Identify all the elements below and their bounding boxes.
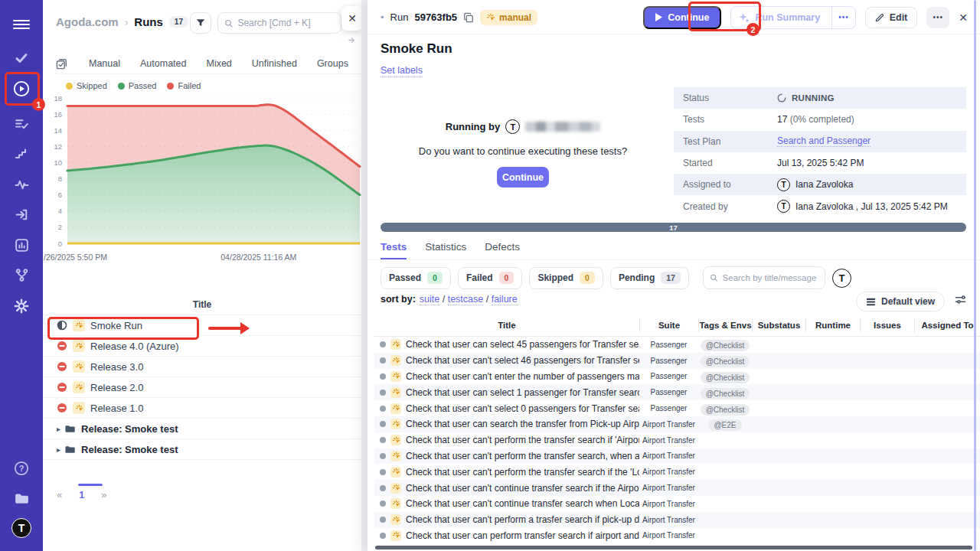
more-actions-button[interactable]: ••• — [926, 7, 949, 28]
manual-icon — [73, 360, 85, 373]
test-row[interactable]: Check that user can perform transfer sea… — [374, 528, 980, 544]
breadcrumb-project[interactable]: Agoda.com — [56, 15, 119, 28]
select-all-icon[interactable] — [56, 58, 67, 70]
dock-icon[interactable] — [348, 34, 356, 47]
sort-link-suite[interactable]: suite — [420, 294, 439, 305]
prev-page-button[interactable]: « — [57, 489, 62, 500]
expand-caret-icon[interactable]: ▸ — [57, 445, 60, 454]
bar-chart-icon[interactable] — [0, 231, 43, 259]
sort-link-testcase[interactable]: testcase — [448, 294, 484, 305]
close-icon[interactable]: ✕ — [959, 11, 968, 24]
run-row[interactable]: Smoke Run — [43, 315, 361, 336]
run-row[interactable]: Release 3.0 — [43, 357, 361, 377]
workspace-avatar[interactable]: T — [0, 514, 43, 542]
runs-tab-mixed[interactable]: Mixed — [206, 58, 231, 69]
page-number[interactable]: 1 — [79, 490, 84, 500]
tab-statistics[interactable]: Statistics — [425, 238, 466, 259]
column-header-assigned-to[interactable]: Assigned To — [914, 318, 980, 332]
test-row[interactable]: Check that user can't perform the transf… — [374, 464, 980, 480]
filter-button[interactable] — [190, 12, 211, 34]
runs-tab-automated[interactable]: Automated — [140, 58, 186, 69]
test-row[interactable]: Check that user can't continue transfer … — [374, 480, 980, 496]
test-row[interactable]: Check that user can't select 0 passenger… — [374, 400, 980, 416]
test-row[interactable]: Check that user can't enter the number o… — [374, 369, 980, 385]
filter-chip-pending[interactable]: Pending17 — [610, 267, 689, 289]
tag-chip: @E2E — [708, 419, 741, 431]
vertical-scrollbar[interactable] — [974, 0, 976, 551]
run-row[interactable]: ▸Release: Smoke test — [43, 439, 361, 460]
pulse-icon[interactable] — [0, 171, 43, 198]
menu-icon[interactable] — [0, 11, 43, 38]
untested-status-icon — [380, 437, 386, 443]
close-panel-button[interactable]: ✕ — [341, 6, 361, 31]
test-tags: @Checklist — [698, 402, 752, 416]
runs-tab-manual[interactable]: Manual — [89, 58, 120, 69]
test-plan-link[interactable]: Search and Passenger — [777, 135, 871, 147]
view-settings-icon[interactable] — [955, 294, 966, 308]
folder-icon[interactable] — [0, 484, 43, 512]
test-row[interactable]: Check that user can select 1 passenger f… — [374, 384, 980, 400]
tests-search[interactable] — [703, 266, 825, 289]
horizontal-scrollbar[interactable] — [375, 546, 972, 549]
test-row[interactable]: Check that user can't perform a trasfer … — [374, 512, 980, 528]
runs-tab-groups[interactable]: Groups — [317, 58, 348, 69]
assignee-filter-avatar[interactable]: T — [832, 269, 851, 288]
default-view-button[interactable]: Default view — [856, 292, 945, 311]
import-icon[interactable] — [0, 201, 43, 228]
run-row[interactable]: Release 4.0 (Azure) — [43, 336, 361, 357]
copy-icon[interactable] — [463, 12, 474, 23]
column-header-title[interactable]: Title — [374, 318, 639, 332]
test-row[interactable]: Check that user can search the transfer … — [374, 416, 980, 432]
gear-icon[interactable] — [0, 292, 43, 320]
tab-tests[interactable]: Tests — [381, 238, 407, 259]
svg-text:?: ? — [19, 464, 24, 473]
test-row[interactable]: Check that user can select 45 passengers… — [374, 337, 980, 353]
filter-chip-skipped[interactable]: Skipped0 — [529, 267, 603, 289]
svg-text:4: 4 — [58, 207, 62, 215]
runs-search[interactable] — [217, 12, 341, 34]
column-header-tags-envs[interactable]: Tags & Envs — [698, 318, 752, 332]
run-row[interactable]: Release 2.0 — [43, 377, 361, 398]
tests-search-input[interactable] — [723, 273, 818, 282]
test-tags: @E2E — [698, 417, 752, 431]
edit-button[interactable]: Edit — [865, 7, 918, 28]
run-title: Release 3.0 — [90, 361, 143, 373]
run-summary-more-icon[interactable]: ••• — [831, 7, 855, 28]
run-summary-button[interactable]: Run Summary ••• — [730, 6, 855, 29]
detail-label: Status — [674, 93, 777, 103]
column-header-substatus[interactable]: Substatus — [752, 318, 805, 332]
run-detail-panel: • Run 59763fb5 manual Continue Ru — [368, 0, 980, 551]
set-labels-link[interactable]: Set labels — [381, 65, 423, 77]
test-row[interactable]: Check that user can't perform the transf… — [374, 432, 980, 448]
tag-chip: @Checklist — [701, 356, 750, 367]
detail-row: Assigned toTIana Zavoloka — [674, 174, 966, 195]
list-check-icon[interactable] — [0, 110, 43, 138]
run-row[interactable]: Release 1.0 — [43, 398, 361, 419]
tab-defects[interactable]: Defects — [485, 238, 520, 259]
next-page-button[interactable]: » — [101, 489, 106, 500]
filter-chip-passed[interactable]: Passed0 — [381, 267, 451, 289]
test-row[interactable]: Check that user can't select 46 passenge… — [374, 353, 980, 369]
column-header-suite[interactable]: Suite — [639, 318, 698, 332]
steps-icon[interactable] — [0, 141, 43, 168]
filter-chip-failed[interactable]: Failed0 — [458, 267, 523, 289]
continue-button-label: Continue — [668, 12, 709, 23]
column-header-runtime[interactable]: Runtime — [805, 318, 860, 332]
branch-icon[interactable] — [0, 261, 43, 289]
run-row[interactable]: ▸Release: Smoke test — [43, 419, 361, 439]
continue-button-inline[interactable]: Continue — [497, 167, 549, 187]
expand-caret-icon[interactable]: ▸ — [57, 425, 60, 433]
svg-text:8: 8 — [58, 174, 62, 183]
continue-button[interactable]: Continue — [643, 6, 721, 29]
column-header-issues[interactable]: Issues — [860, 318, 914, 332]
test-tags: @Checklist — [698, 337, 752, 351]
check-icon[interactable] — [0, 44, 43, 72]
test-row[interactable]: Check that user can't perform the transf… — [374, 448, 980, 465]
test-row[interactable]: Check that user can't continue transfer … — [374, 496, 980, 512]
play-circle-icon[interactable] — [0, 75, 43, 103]
help-icon[interactable]: ? — [0, 455, 43, 482]
runs-search-input[interactable] — [237, 18, 335, 28]
sort-link-failure[interactable]: failure — [492, 294, 518, 305]
test-suite: Airport Transfer — [639, 484, 698, 492]
runs-tab-unfinished[interactable]: Unfinished — [252, 58, 297, 69]
